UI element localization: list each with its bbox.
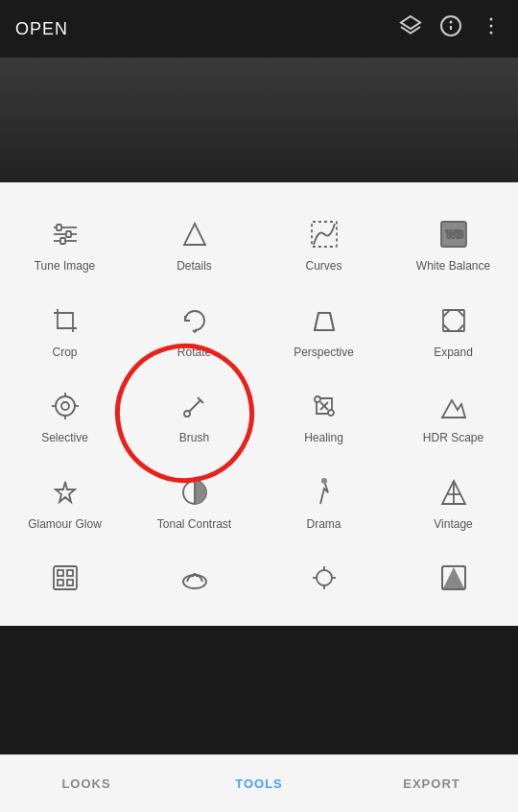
- svg-point-28: [184, 411, 190, 417]
- photofx-icon: [435, 559, 473, 597]
- nav-tools[interactable]: TOOLS: [173, 759, 345, 808]
- image-overlay: [0, 58, 518, 182]
- tool-glamour-glow[interactable]: Glamour Glow: [0, 460, 130, 546]
- rotate-label: Rotate: [177, 346, 211, 361]
- drama-label: Drama: [306, 517, 341, 533]
- svg-point-49: [317, 570, 332, 585]
- tool-rotate[interactable]: Rotate: [130, 288, 259, 374]
- svg-rect-44: [58, 570, 63, 576]
- white-balance-label: White Balance: [416, 259, 490, 275]
- hdr-scape-icon: [435, 387, 473, 425]
- tool-crop[interactable]: Crop: [0, 288, 130, 374]
- perspective-icon: [305, 301, 343, 340]
- healing-icon: [305, 387, 343, 425]
- tool-curves[interactable]: Curves: [259, 202, 388, 288]
- white-balance-icon: WB: [435, 215, 473, 253]
- tool-perspective[interactable]: Perspective: [259, 288, 388, 374]
- grunge-icon: [46, 559, 84, 597]
- hdr-scape-label: HDR Scape: [423, 431, 483, 446]
- svg-line-19: [330, 313, 334, 330]
- svg-rect-12: [60, 238, 65, 244]
- tool-healing[interactable]: Healing: [259, 373, 388, 460]
- tools-grid: Tune Image Details Curves: [0, 192, 518, 626]
- svg-rect-46: [58, 580, 63, 585]
- more-icon[interactable]: [480, 14, 503, 43]
- top-bar: OPEN: [0, 0, 518, 58]
- nav-export[interactable]: EXPORT: [345, 759, 518, 808]
- drama-icon: [305, 473, 343, 512]
- tool-selective[interactable]: Selective: [0, 373, 130, 460]
- svg-rect-11: [66, 231, 71, 237]
- layers-icon[interactable]: [399, 14, 422, 43]
- svg-rect-47: [67, 580, 73, 585]
- svg-point-48: [183, 575, 206, 588]
- expand-label: Expand: [434, 346, 473, 361]
- tune-image-icon: [46, 215, 84, 253]
- svg-rect-45: [67, 570, 73, 576]
- info-icon[interactable]: [439, 14, 462, 43]
- tool-details[interactable]: Details: [130, 202, 259, 288]
- svg-point-6: [490, 32, 493, 35]
- svg-point-34: [328, 410, 334, 416]
- bottom-nav: LOOKS TOOLS EXPORT: [0, 754, 518, 812]
- tool-tune-image[interactable]: Tune Image: [0, 202, 130, 288]
- tool-white-balance[interactable]: WB White Balance: [388, 202, 518, 288]
- curves-label: Curves: [305, 259, 341, 275]
- selective-icon: [46, 387, 84, 425]
- svg-point-33: [315, 396, 320, 402]
- brush-label: Brush: [179, 431, 209, 446]
- tool-photofx[interactable]: [388, 545, 518, 616]
- tool-drama[interactable]: Drama: [259, 460, 388, 546]
- tonal-contrast-label: Tonal Contrast: [157, 517, 231, 533]
- svg-point-5: [490, 25, 493, 28]
- tool-grunge[interactable]: [0, 545, 130, 616]
- svg-rect-10: [57, 225, 61, 230]
- svg-point-22: [61, 402, 69, 410]
- tonal-contrast-icon: [176, 473, 214, 512]
- open-label[interactable]: OPEN: [15, 19, 68, 39]
- svg-line-18: [315, 313, 318, 330]
- selective-label: Selective: [41, 431, 88, 446]
- tool-retrolux[interactable]: [259, 545, 388, 616]
- tool-expand[interactable]: Expand: [388, 288, 518, 374]
- retrolux-icon: [305, 559, 343, 597]
- expand-icon: [435, 301, 473, 340]
- tool-brush[interactable]: Brush: [130, 373, 259, 460]
- details-icon: [176, 215, 214, 253]
- glamour-glow-icon: [46, 473, 84, 512]
- tool-tonal-contrast[interactable]: Tonal Contrast: [130, 460, 259, 546]
- top-icons: [399, 14, 503, 43]
- svg-point-4: [490, 18, 493, 21]
- svg-marker-0: [401, 16, 420, 29]
- healing-label: Healing: [304, 431, 343, 446]
- svg-marker-36: [56, 482, 75, 502]
- tool-vintage[interactable]: Vintage: [388, 460, 518, 546]
- perspective-label: Perspective: [294, 346, 354, 361]
- svg-marker-13: [184, 224, 205, 245]
- tool-noir[interactable]: [130, 545, 259, 616]
- svg-text:WB: WB: [446, 228, 463, 240]
- nav-looks[interactable]: LOOKS: [0, 759, 173, 808]
- details-label: Details: [177, 259, 212, 275]
- svg-point-39: [321, 478, 327, 484]
- tool-hdr-scape[interactable]: HDR Scape: [388, 373, 518, 460]
- glamour-glow-label: Glamour Glow: [28, 517, 102, 533]
- tune-image-label: Tune Image: [35, 259, 96, 275]
- svg-marker-35: [442, 400, 465, 418]
- crop-icon: [46, 301, 84, 340]
- image-preview: [0, 58, 518, 182]
- svg-marker-55: [443, 567, 464, 588]
- crop-label: Crop: [52, 346, 77, 361]
- curves-icon: [305, 215, 343, 253]
- vintage-icon: [435, 473, 473, 512]
- rotate-icon: [176, 301, 214, 340]
- brush-icon: [176, 387, 214, 425]
- svg-point-21: [56, 396, 75, 416]
- noir-icon: [176, 559, 214, 597]
- vintage-label: Vintage: [434, 517, 472, 533]
- tools-area: Tune Image Details Curves: [0, 182, 518, 626]
